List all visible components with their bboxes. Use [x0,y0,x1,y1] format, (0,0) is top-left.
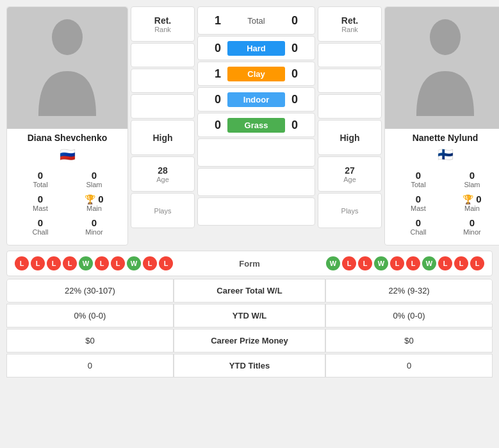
form-ball-w: W [422,256,436,270]
player1-side-stats: Ret. Rank High 28 Age Plays [131,6,195,245]
player2-mast-label: Mast [393,204,444,212]
form-ball-l: L [15,256,29,270]
form-ball-l: L [63,256,77,270]
p1-total-score: 1 [208,14,227,28]
player2-trophy-icon: 🏆 [462,194,473,204]
player1-indoor-box [131,94,195,119]
player1-total-label: Total [15,181,66,188]
p1-grass-score: 0 [208,119,227,132]
player1-high-box: High [131,120,195,155]
form-ball-l: L [438,256,452,270]
form-ball-w: W [374,256,388,270]
player2-hard-box [318,43,382,67]
player2-age-label: Age [343,176,356,183]
high-row [197,138,315,167]
clay-badge: Clay [227,67,285,81]
ytd-wl-label: YTD W/L [174,304,325,328]
career-wl-row: 22% (30-107) Career Total W/L 22% (9-32) [6,279,493,303]
player1-plays-label: Plays [154,207,172,215]
form-section: LLLLWLLWLL Form WLLWLLWLLL [6,251,493,276]
player2-stats-grid: 0 Total 0 Slam 0 Mast 🏆 0 Main [385,167,499,238]
p1-career-wl: 22% (30-107) [6,279,174,303]
player2-avatar [385,7,499,129]
player1-trophy-icon: 🏆 [85,194,95,204]
clay-row: 1 Clay 0 [197,62,315,86]
form-ball-w: W [79,256,93,270]
form-ball-w: W [127,256,141,270]
p2-indoor-score: 0 [285,93,304,106]
p1-indoor-score: 0 [208,93,227,106]
player1-rank-box: Ret. Rank [131,6,195,42]
player2-chall-label: Chall [393,228,444,236]
form-ball-l: L [143,256,157,270]
p1-titles: 0 [6,354,174,377]
form-ball-l: L [342,256,356,270]
player2-side-stats: Ret. Rank High 27 Age Plays [318,6,382,245]
player2-card: Nanette Nylund 🇫🇮 0 Total 0 Slam 0 Mast [384,6,499,245]
player2-rank-main: Ret. [341,15,358,26]
prize-row: $0 Career Prize Money $0 [6,329,493,353]
form-ball-l: L [111,256,125,270]
prize-label: Career Prize Money [174,329,325,353]
svg-point-0 [52,19,83,55]
player2-slam-cell: 0 Slam [445,167,499,191]
form-ball-l: L [358,256,372,270]
total-label: Total [227,16,285,26]
career-wl-label: Career Total W/L [174,279,325,303]
player1-slam-label: Slam [69,181,120,188]
player2-main-cell: 🏆 0 Main [445,191,499,215]
player1-card: Diana Shevchenko 🇷🇺 0 Total 0 Slam 0 Mas… [6,6,128,245]
player2-minor-value: 0 [446,217,498,228]
player1-flag: 🇷🇺 [60,147,76,162]
indoor-row: 0 Indoor 0 [197,87,315,112]
indoor-badge: Indoor [227,92,285,107]
player2-mast-value: 0 [393,194,444,204]
player2-slam-label: Slam [446,181,498,188]
player2-chall-cell: 0 Chall [391,215,445,238]
player2-clay-box [318,69,382,93]
player1-clay-box [131,69,195,93]
p2-titles: 0 [325,354,493,377]
form-ball-l: L [454,256,468,270]
form-ball-l: L [470,256,484,270]
form-ball-l: L [95,256,109,270]
form-label: Form [224,259,275,269]
player2-total-cell: 0 Total [391,167,445,191]
titles-row: 0 YTD Titles 0 [6,354,493,377]
player1-minor-cell: 0 Minor [67,215,121,238]
player2-plays-box: Plays [318,193,382,228]
player1-minor-value: 0 [69,217,120,228]
player2-rank-sub: Rank [341,26,358,33]
ytd-wl-row: 0% (0-0) YTD W/L 0% (0-0) [6,304,493,328]
player2-total-value: 0 [393,170,444,181]
player2-indoor-box [318,94,382,119]
player2-chall-value: 0 [393,217,444,228]
form-ball-w: W [326,256,340,270]
p2-total-score: 0 [285,14,304,28]
player1-silhouette [32,17,102,119]
player2-form-balls: WLLWLLWLLL [275,256,485,270]
form-ball-l: L [47,256,61,270]
top-section: Diana Shevchenko 🇷🇺 0 Total 0 Slam 0 Mas… [6,6,493,245]
p1-clay-score: 1 [208,67,227,81]
hard-row: 0 Hard 0 [197,36,315,60]
player1-total-cell: 0 Total [13,167,67,191]
player2-mast-cell: 0 Mast [391,191,445,215]
player2-age-value: 27 [345,165,355,176]
main-container: Diana Shevchenko 🇷🇺 0 Total 0 Slam 0 Mas… [0,0,499,385]
player2-high-box: High [318,120,382,155]
player1-minor-label: Minor [69,228,120,236]
player1-chall-label: Chall [15,228,66,236]
player2-flag: 🇫🇮 [438,147,454,162]
player1-form-balls: LLLLWLLWLL [15,256,224,270]
p2-career-wl: 22% (9-32) [325,279,493,303]
player1-mast-label: Mast [15,204,66,212]
p1-ytd-wl: 0% (0-0) [6,304,174,328]
plays-row [197,197,315,226]
player1-high-value: High [152,133,172,143]
player1-name: Diana Shevchenko [28,133,108,143]
player1-rank-main: Ret. [154,15,171,26]
player1-age-label: Age [156,176,169,183]
p2-clay-score: 0 [285,67,304,81]
player1-age-box: 28 Age [131,156,195,192]
